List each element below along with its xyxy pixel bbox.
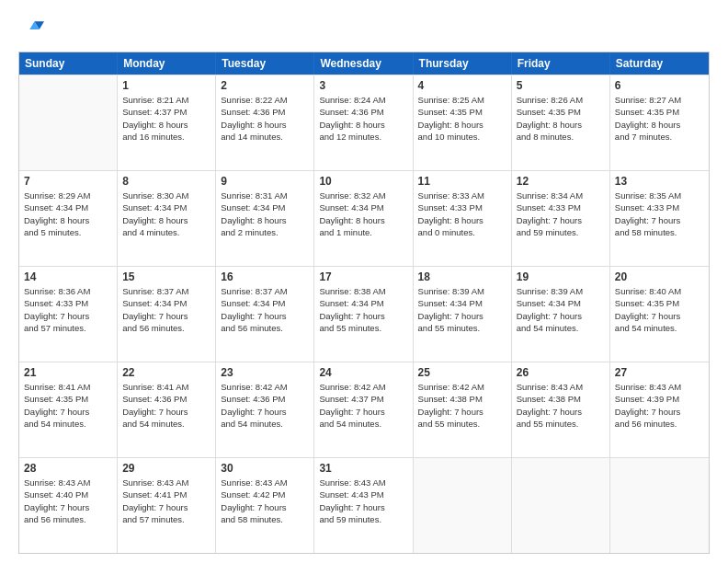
- daylight-text: Daylight: 8 hours: [319, 214, 407, 226]
- daylight-text-2: and 54 minutes.: [221, 418, 309, 430]
- calendar-cell: 4Sunrise: 8:25 AMSunset: 4:35 PMDaylight…: [414, 75, 512, 170]
- sunrise-text: Sunrise: 8:29 AM: [24, 190, 112, 201]
- daylight-text-2: and 16 minutes.: [122, 131, 210, 143]
- sunrise-text: Sunrise: 8:38 AM: [319, 285, 407, 297]
- sunrise-text: Sunrise: 8:31 AM: [221, 190, 309, 201]
- calendar-cell: [414, 458, 512, 553]
- calendar-row: 1Sunrise: 8:21 AMSunset: 4:37 PMDaylight…: [19, 75, 709, 170]
- calendar-cell: 1Sunrise: 8:21 AMSunset: 4:37 PMDaylight…: [118, 75, 216, 170]
- sunset-text: Sunset: 4:34 PM: [319, 201, 407, 213]
- calendar-cell: 11Sunrise: 8:33 AMSunset: 4:33 PMDayligh…: [414, 171, 512, 266]
- day-number: 31: [319, 462, 407, 475]
- calendar-cell: [610, 458, 709, 553]
- day-number: 16: [221, 270, 309, 283]
- sunrise-text: Sunrise: 8:43 AM: [24, 477, 112, 488]
- day-number: 27: [615, 366, 704, 379]
- day-number: 8: [122, 175, 210, 188]
- daylight-text-2: and 0 minutes.: [418, 226, 506, 238]
- calendar-cell: 3Sunrise: 8:24 AMSunset: 4:36 PMDaylight…: [314, 75, 413, 170]
- day-number: 26: [517, 366, 605, 379]
- daylight-text: Daylight: 7 hours: [24, 406, 112, 418]
- daylight-text-2: and 57 minutes.: [24, 322, 112, 334]
- sunset-text: Sunset: 4:35 PM: [24, 393, 112, 405]
- sunrise-text: Sunrise: 8:41 AM: [24, 381, 112, 393]
- sunrise-text: Sunrise: 8:42 AM: [221, 381, 309, 393]
- calendar-cell: 19Sunrise: 8:39 AMSunset: 4:34 PMDayligh…: [512, 267, 610, 362]
- daylight-text: Daylight: 8 hours: [319, 119, 407, 131]
- sunrise-text: Sunrise: 8:27 AM: [615, 94, 704, 106]
- day-number: 23: [221, 366, 309, 379]
- daylight-text: Daylight: 7 hours: [122, 406, 210, 418]
- daylight-text: Daylight: 8 hours: [517, 119, 605, 131]
- calendar-cell: 16Sunrise: 8:37 AMSunset: 4:34 PMDayligh…: [216, 267, 314, 362]
- day-number: 19: [517, 270, 605, 283]
- calendar-cell: 7Sunrise: 8:29 AMSunset: 4:34 PMDaylight…: [19, 171, 118, 266]
- daylight-text: Daylight: 7 hours: [517, 214, 605, 226]
- weekday-header: Sunday: [19, 52, 118, 75]
- daylight-text: Daylight: 7 hours: [221, 310, 309, 322]
- daylight-text-2: and 54 minutes.: [122, 418, 210, 430]
- logo-icon: [18, 17, 44, 42]
- sunset-text: Sunset: 4:40 PM: [24, 488, 112, 500]
- day-number: 7: [24, 175, 112, 188]
- calendar-row: 21Sunrise: 8:41 AMSunset: 4:35 PMDayligh…: [19, 362, 709, 457]
- sunrise-text: Sunrise: 8:42 AM: [418, 381, 506, 393]
- sunset-text: Sunset: 4:37 PM: [122, 106, 210, 118]
- daylight-text: Daylight: 7 hours: [517, 310, 605, 322]
- daylight-text-2: and 54 minutes.: [615, 322, 704, 334]
- day-number: 28: [24, 462, 112, 475]
- sunrise-text: Sunrise: 8:21 AM: [122, 94, 210, 106]
- sunrise-text: Sunrise: 8:24 AM: [319, 94, 407, 106]
- sunset-text: Sunset: 4:36 PM: [319, 106, 407, 118]
- calendar-cell: [512, 458, 610, 553]
- calendar-cell: [19, 75, 118, 170]
- sunrise-text: Sunrise: 8:26 AM: [517, 94, 605, 106]
- day-number: 13: [615, 175, 704, 188]
- day-number: 10: [319, 175, 407, 188]
- sunset-text: Sunset: 4:35 PM: [418, 106, 506, 118]
- sunset-text: Sunset: 4:34 PM: [24, 201, 112, 213]
- header: [18, 17, 710, 42]
- daylight-text-2: and 4 minutes.: [122, 226, 210, 238]
- sunrise-text: Sunrise: 8:43 AM: [319, 477, 407, 488]
- daylight-text: Daylight: 7 hours: [615, 310, 704, 322]
- calendar-cell: 25Sunrise: 8:42 AMSunset: 4:38 PMDayligh…: [414, 362, 512, 457]
- sunrise-text: Sunrise: 8:34 AM: [517, 190, 605, 201]
- weekday-header: Thursday: [414, 52, 512, 75]
- daylight-text-2: and 55 minutes.: [418, 322, 506, 334]
- sunrise-text: Sunrise: 8:43 AM: [221, 477, 309, 488]
- daylight-text-2: and 57 minutes.: [122, 513, 210, 525]
- daylight-text: Daylight: 7 hours: [24, 310, 112, 322]
- daylight-text: Daylight: 8 hours: [122, 119, 210, 131]
- sunrise-text: Sunrise: 8:40 AM: [615, 285, 704, 297]
- daylight-text: Daylight: 7 hours: [517, 406, 605, 418]
- weekday-header: Tuesday: [216, 52, 314, 75]
- calendar-cell: 31Sunrise: 8:43 AMSunset: 4:43 PMDayligh…: [314, 458, 413, 553]
- weekday-header: Friday: [512, 52, 610, 75]
- calendar-cell: 12Sunrise: 8:34 AMSunset: 4:33 PMDayligh…: [512, 171, 610, 266]
- weekday-header: Monday: [118, 52, 216, 75]
- daylight-text-2: and 55 minutes.: [517, 418, 605, 430]
- daylight-text-2: and 58 minutes.: [615, 226, 704, 238]
- calendar-cell: 2Sunrise: 8:22 AMSunset: 4:36 PMDaylight…: [216, 75, 314, 170]
- day-number: 3: [319, 79, 407, 92]
- calendar-row: 7Sunrise: 8:29 AMSunset: 4:34 PMDaylight…: [19, 170, 709, 266]
- daylight-text: Daylight: 7 hours: [615, 406, 704, 418]
- calendar-cell: 14Sunrise: 8:36 AMSunset: 4:33 PMDayligh…: [19, 267, 118, 362]
- sunset-text: Sunset: 4:33 PM: [24, 297, 112, 309]
- sunset-text: Sunset: 4:35 PM: [517, 106, 605, 118]
- sunset-text: Sunset: 4:43 PM: [319, 488, 407, 500]
- daylight-text: Daylight: 8 hours: [24, 214, 112, 226]
- day-number: 17: [319, 270, 407, 283]
- daylight-text-2: and 1 minute.: [319, 226, 407, 238]
- calendar-row: 14Sunrise: 8:36 AMSunset: 4:33 PMDayligh…: [19, 266, 709, 362]
- daylight-text-2: and 14 minutes.: [221, 131, 309, 143]
- sunset-text: Sunset: 4:34 PM: [122, 297, 210, 309]
- sunset-text: Sunset: 4:34 PM: [517, 297, 605, 309]
- calendar-cell: 13Sunrise: 8:35 AMSunset: 4:33 PMDayligh…: [610, 171, 709, 266]
- sunrise-text: Sunrise: 8:43 AM: [517, 381, 605, 393]
- sunrise-text: Sunrise: 8:36 AM: [24, 285, 112, 297]
- daylight-text: Daylight: 7 hours: [122, 501, 210, 513]
- daylight-text: Daylight: 7 hours: [615, 214, 704, 226]
- daylight-text: Daylight: 8 hours: [221, 214, 309, 226]
